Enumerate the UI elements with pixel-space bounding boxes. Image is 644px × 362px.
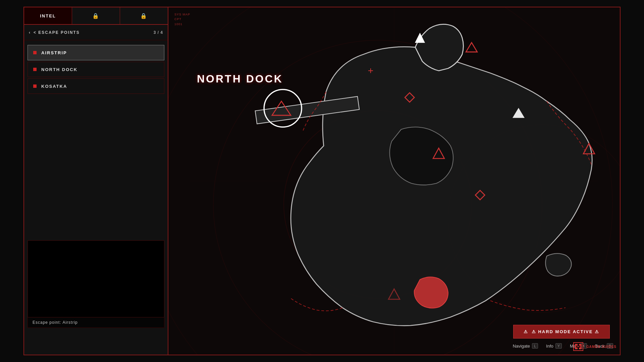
back-nav-left[interactable]: ‹ < ESCAPE POINTS <box>29 30 80 35</box>
item-label-airstrip: AIRSTRIP <box>41 50 67 55</box>
tab-intel[interactable]: INTEL <box>24 7 72 24</box>
page-count: 3 / 4 <box>154 30 163 35</box>
list-item-north-dock[interactable]: NORTH DOCK <box>28 62 164 77</box>
item-dot-kosatka <box>33 84 37 88</box>
back-nav[interactable]: ‹ < ESCAPE POINTS 3 / 4 <box>24 25 168 40</box>
tab-locked-1[interactable]: 🔒 <box>72 7 120 24</box>
gamer-guides-logo: GAMER GUIDES <box>573 342 616 351</box>
item-dot-airstrip <box>33 51 37 54</box>
preview-area: Escape point: Airstrip <box>28 240 164 328</box>
game-ui-frame: INTEL 🔒 🔒 ‹ < ESCAPE POINTS 3 / 4 AIRSTR… <box>23 7 621 355</box>
svg-marker-9 <box>466 43 477 52</box>
hard-mode-text: ⚠ HARD MODE ACTIVE ⚠ <box>532 329 599 334</box>
item-label-kosatka: KOSATKA <box>41 84 67 89</box>
back-arrow-icon: ‹ <box>29 30 31 35</box>
control-navigate: Navigate L <box>513 343 538 349</box>
navigate-label: Navigate <box>513 344 530 349</box>
control-info: Info Y <box>546 343 562 349</box>
list-item-kosatka[interactable]: KOSATKA <box>28 78 164 94</box>
brand-name: GAMER GUIDES <box>586 345 616 349</box>
tab-intel-label: INTEL <box>40 13 56 18</box>
info-key: Y <box>555 343 562 349</box>
lock-icon-2: 🔒 <box>140 13 148 19</box>
hud-text-line1: SYS MAP <box>174 12 190 17</box>
left-panel: INTEL 🔒 🔒 ‹ < ESCAPE POINTS 3 / 4 AIRSTR… <box>24 7 168 355</box>
hud-text-line2: CPT <box>174 17 190 21</box>
back-nav-label: < ESCAPE POINTS <box>34 30 80 35</box>
preview-image <box>28 240 164 317</box>
item-dot-north-dock <box>33 68 37 71</box>
right-panel: SYS MAP CPT 1001 <box>168 7 620 355</box>
gamer-guides-icon <box>573 342 584 351</box>
preview-caption-text: Escape point: Airstrip <box>33 320 78 325</box>
preview-image-inner <box>28 241 164 317</box>
navigate-key: L <box>532 343 538 349</box>
list-item-airstrip[interactable]: AIRSTRIP <box>28 45 164 60</box>
warning-icon-left: ⚠ <box>524 329 528 334</box>
tactical-map <box>168 7 620 355</box>
svg-rect-23 <box>577 346 580 347</box>
hud-text-line3: 1001 <box>174 22 190 26</box>
tab-locked-2[interactable]: 🔒 <box>120 7 168 24</box>
escape-points-list: AIRSTRIP NORTH DOCK KOSATKA <box>24 40 168 99</box>
lock-icon-1: 🔒 <box>92 13 100 19</box>
tabs-row: INTEL 🔒 🔒 <box>24 7 168 25</box>
preview-caption: Escape point: Airstrip <box>28 317 164 328</box>
hud-topleft: SYS MAP CPT 1001 <box>174 12 190 26</box>
info-label: Info <box>546 344 553 349</box>
hard-mode-banner: ⚠ ⚠ HARD MODE ACTIVE ⚠ <box>513 325 610 339</box>
item-label-north-dock: NORTH DOCK <box>41 67 77 72</box>
